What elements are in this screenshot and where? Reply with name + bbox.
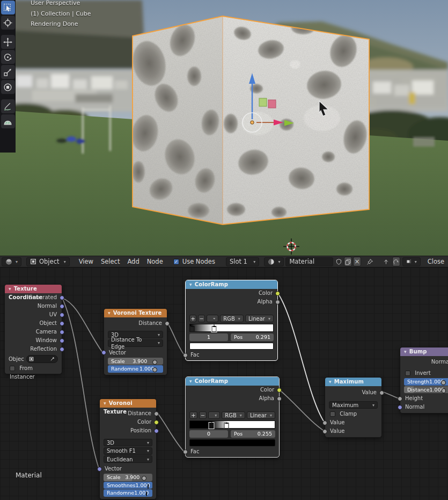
tool-annotate-button[interactable]	[1, 99, 15, 113]
input-socket-strength[interactable]	[441, 380, 446, 385]
ramp-options-dropdown[interactable]	[208, 411, 220, 419]
clamp-checkbox[interactable]	[330, 411, 335, 417]
operation-dropdown[interactable]: Maximum	[329, 401, 378, 409]
pin-button[interactable]	[366, 257, 373, 266]
snap-target-label[interactable]: Close	[424, 258, 448, 265]
node-header[interactable]: ColorRamp	[186, 280, 277, 289]
input-socket-randomness[interactable]	[152, 367, 157, 372]
node-voronoi-texture-bottom[interactable]: Voronoi Texture Distance Color Position …	[99, 398, 157, 499]
dimensions-dropdown[interactable]: 3D	[104, 439, 152, 446]
new-material-button[interactable]	[344, 257, 352, 266]
use-nodes-checkbox[interactable]	[173, 259, 179, 265]
remove-stop-button[interactable]: −	[198, 315, 205, 322]
output-socket-value[interactable]	[379, 390, 384, 395]
object-picker-field[interactable]	[26, 355, 58, 363]
node-header[interactable]: ColorRamp	[186, 377, 279, 386]
feature-dropdown[interactable]: Smooth F1	[104, 447, 152, 455]
node-texture-coordinate[interactable]: Texture Coordinate Generated Normal UV O…	[4, 284, 62, 374]
output-socket-color[interactable]	[275, 291, 280, 296]
output-socket-distance[interactable]	[154, 411, 159, 416]
input-socket-vector[interactable]	[101, 350, 106, 355]
stop-color-swatch[interactable]	[189, 439, 275, 446]
go-to-parent-node-tree-button[interactable]	[382, 257, 390, 266]
tool-scale-button[interactable]	[1, 65, 15, 79]
stop-index-field[interactable]: 0	[189, 430, 228, 438]
tool-transform-button[interactable]	[1, 80, 15, 94]
tool-move-button[interactable]	[1, 35, 15, 49]
output-socket-position[interactable]	[154, 429, 159, 433]
add-stop-button[interactable]: +	[189, 411, 197, 419]
node-header[interactable]: Voronoi Texture	[104, 309, 167, 317]
distance-metric-dropdown[interactable]: Euclidean	[104, 455, 152, 463]
material-slot-dropdown[interactable]: Slot 1	[226, 257, 259, 266]
output-socket-color[interactable]	[154, 420, 159, 425]
eyedropper-icon[interactable]	[50, 356, 55, 361]
output-socket-camera[interactable]	[60, 330, 64, 335]
input-socket-distance[interactable]	[442, 388, 446, 393]
input-socket-value-1[interactable]	[322, 421, 327, 425]
randomness-slider[interactable]: Randomne1.000	[108, 365, 163, 373]
input-socket-normal[interactable]	[398, 405, 402, 410]
output-socket-window[interactable]	[60, 338, 64, 343]
input-socket-smoothness[interactable]	[148, 484, 149, 489]
input-socket-vector[interactable]	[97, 467, 102, 472]
node-colorramp-top[interactable]: ColorRamp Color Alpha + − RGB Linear 1 P…	[185, 280, 278, 361]
from-instancer-row[interactable]: From Instancer	[5, 364, 62, 374]
interpolation-dropdown[interactable]: Linear	[245, 315, 274, 322]
scale-slider[interactable]: Scale3.900	[108, 358, 163, 365]
output-socket-uv[interactable]	[60, 313, 64, 317]
output-socket-distance[interactable]	[165, 321, 170, 326]
clamp-row[interactable]: Clamp	[325, 410, 381, 418]
snap-toggle-button[interactable]	[392, 257, 400, 266]
ramp-stop-0-selected[interactable]	[209, 423, 214, 429]
ramp-stop-0[interactable]	[190, 326, 195, 332]
smoothness-slider[interactable]: Smoothnes1.000	[104, 482, 152, 489]
output-socket-object[interactable]	[60, 321, 64, 326]
output-socket-color[interactable]	[277, 388, 282, 393]
ramp-stop-1-selected[interactable]	[211, 326, 216, 332]
gizmo-plane-handle-green[interactable]	[259, 98, 267, 106]
color-mode-dropdown[interactable]: RGB	[222, 411, 245, 419]
node-header[interactable]: Voronoi Texture	[100, 399, 156, 408]
output-socket-alpha[interactable]	[277, 396, 282, 401]
invert-row[interactable]: Invert	[400, 369, 448, 378]
input-socket-scale[interactable]	[142, 476, 146, 481]
node-maximum[interactable]: Maximum Value Maximum Clamp Value Value	[325, 377, 382, 438]
node-header[interactable]: Bump	[400, 347, 448, 356]
add-stop-button[interactable]: +	[189, 315, 196, 322]
scale-slider[interactable]: Scale3.900	[104, 474, 152, 481]
color-mode-dropdown[interactable]: RGB	[220, 315, 244, 322]
tool-cursor-button[interactable]	[1, 16, 15, 30]
input-socket-value-2[interactable]	[322, 429, 327, 434]
node-bump[interactable]: Bump Normal Invert Strength1.000 Distanc…	[400, 347, 448, 414]
menu-view[interactable]: View	[75, 258, 97, 265]
gradient-bar[interactable]	[189, 324, 274, 332]
3d-viewport[interactable]: User Perspective (1) Collection | Cube R…	[0, 0, 448, 256]
node-header[interactable]: Texture Coordinate	[5, 285, 62, 293]
input-socket-scale[interactable]	[152, 360, 157, 365]
material-name-field[interactable]: Material	[285, 257, 333, 266]
invert-checkbox[interactable]	[405, 371, 410, 376]
node-editor[interactable]: Material Texture Coordinate Generated No…	[0, 267, 448, 500]
from-instancer-checkbox[interactable]	[10, 366, 15, 371]
remove-stop-button[interactable]: −	[199, 411, 207, 419]
randomness-slider[interactable]: Randomne1.000	[104, 489, 152, 497]
strength-slider[interactable]: Strength1.000	[404, 378, 448, 386]
output-socket-alpha[interactable]	[275, 300, 280, 305]
output-socket-generated[interactable]	[60, 295, 64, 300]
tool-measure-button[interactable]	[1, 114, 15, 128]
gradient-bar[interactable]	[189, 421, 275, 429]
feature-dropdown[interactable]: Distance To Edge	[108, 339, 163, 347]
stop-color-swatch[interactable]	[189, 343, 274, 350]
node-colorramp-bottom[interactable]: ColorRamp Color Alpha + − RGB Linear 0 P…	[185, 376, 280, 458]
menu-add[interactable]: Add	[123, 258, 143, 265]
node-voronoi-texture-top[interactable]: Voronoi Texture Distance 3D Distance To …	[104, 308, 167, 375]
use-nodes-toggle[interactable]: Use Nodes	[173, 258, 215, 265]
interpolation-dropdown[interactable]: Linear	[247, 411, 275, 419]
menu-select[interactable]: Select	[97, 258, 123, 265]
output-socket-reflection[interactable]	[60, 347, 64, 352]
ramp-stop-1[interactable]	[224, 423, 229, 429]
input-socket-fac[interactable]	[183, 450, 188, 454]
tool-rotate-button[interactable]	[1, 50, 15, 64]
gizmo-plane-handle-pink[interactable]	[268, 100, 276, 108]
